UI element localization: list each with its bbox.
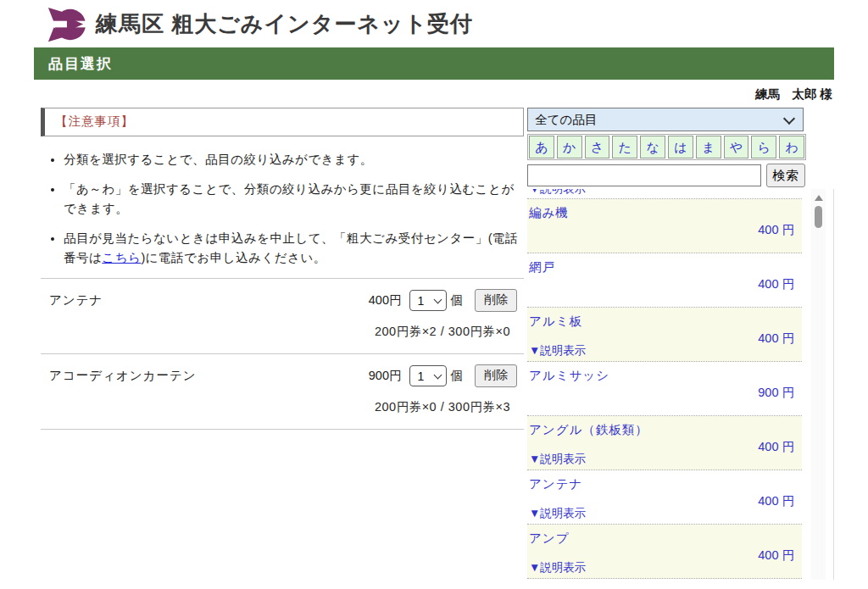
quantity-select[interactable]: 1	[409, 365, 447, 386]
list-item: アンプ400 円▼説明表示	[527, 525, 802, 579]
notice-box: 【注意事項】	[41, 108, 524, 136]
nerima-ward-logo-icon	[47, 5, 86, 44]
item-price: 400 円	[758, 547, 794, 564]
list-item-partial: ▼説明表示	[527, 189, 802, 199]
list-item: アングル（鉄板類）400 円▼説明表示	[527, 416, 802, 470]
notice-title: 【注意事項】	[55, 114, 134, 128]
selected-items-table: アンテナ 400円 1 個 削除 200円券×2 / 300円券×0	[41, 278, 524, 430]
page-title-bar: 品目選択	[34, 47, 834, 80]
selection-panel: 【注意事項】 分類を選択することで、品目の絞り込みができます。 「あ～わ」を選択…	[41, 108, 524, 580]
selected-item-price: 400円	[369, 292, 402, 308]
quantity-select-wrap: 1	[409, 290, 447, 311]
quantity-select[interactable]: 1	[409, 290, 447, 311]
list-item: アルミサッシ900 円	[527, 362, 802, 416]
item-name-link[interactable]: アンテナ	[529, 477, 582, 491]
notice-item: 品目が見当たらないときは申込みを中止して、「粗大ごみ受付センター」(電話番号はこ…	[64, 229, 524, 267]
unit-label: 個	[451, 292, 464, 308]
item-price: 400 円	[758, 493, 794, 509]
selected-item-row: アンテナ 400円 1 個 削除 200円券×2 / 300円券×0	[41, 278, 524, 353]
item-price: 400 円	[758, 439, 794, 455]
item-name-link[interactable]: アルミ板	[529, 314, 582, 328]
kana-filter-button[interactable]: や	[724, 136, 749, 158]
notice-item: 分類を選択することで、品目の絞り込みができます。	[64, 150, 524, 169]
kana-filter-button[interactable]: ま	[696, 136, 721, 158]
scrollbar-track[interactable]	[811, 189, 826, 580]
item-catalog-panel: 全ての品目 あかさたなはまやらわ 検索 ▼説明表示 編み機400 円網戸400 …	[527, 108, 834, 580]
desc-toggle-link[interactable]: ▼説明表示	[529, 343, 586, 358]
kana-filter-button[interactable]: か	[557, 136, 582, 158]
unit-label: 個	[451, 368, 464, 384]
list-item: アルミ板400 円▼説明表示	[527, 308, 802, 362]
kana-filter-button[interactable]: ら	[751, 136, 776, 158]
item-price: 900 円	[758, 385, 794, 401]
item-list: ▼説明表示 編み機400 円網戸400 円アルミ板400 円▼説明表示アルミサッ…	[527, 189, 834, 580]
page-title: 品目選択	[34, 54, 113, 74]
kana-filter-button[interactable]: た	[612, 136, 637, 158]
delete-button[interactable]: 削除	[475, 289, 517, 312]
desc-toggle-link[interactable]: ▼説明表示	[529, 506, 586, 521]
user-name: 練馬 太郎 様	[0, 86, 832, 103]
app-title: 練馬区 粗大ごみインターネット受付	[96, 9, 473, 39]
kana-filter-button[interactable]: あ	[529, 136, 554, 158]
kana-filter-button[interactable]: は	[668, 136, 693, 158]
kana-filter-button[interactable]: な	[640, 136, 665, 158]
item-price: 400 円	[758, 222, 794, 238]
search-row: 検索	[527, 164, 834, 187]
kana-filter-button[interactable]: さ	[585, 136, 610, 158]
selected-item-price: 900円	[369, 368, 402, 384]
search-input[interactable]	[527, 164, 761, 186]
notice-list: 分類を選択することで、品目の絞り込みができます。 「あ～わ」を選択することで、分…	[49, 150, 524, 267]
scrollbar-thumb[interactable]	[815, 206, 822, 228]
app-header: 練馬区 粗大ごみインターネット受付	[0, 0, 868, 47]
desc-toggle-link[interactable]: ▼説明表示	[529, 560, 586, 575]
desc-toggle-link[interactable]: ▼説明表示	[529, 452, 586, 467]
item-price: 400 円	[758, 276, 794, 292]
phone-number-link[interactable]: こちら	[102, 251, 141, 264]
desc-toggle-link[interactable]: ▼説明表示	[529, 189, 586, 197]
item-name-link[interactable]: アンプ	[529, 531, 570, 545]
voucher-summary: 200円券×0 / 300円券×3	[49, 387, 517, 429]
search-button[interactable]: 検索	[766, 164, 805, 187]
item-name-link[interactable]: 編み機	[529, 206, 569, 219]
scroll-up-icon[interactable]	[815, 195, 823, 201]
kana-filter-button[interactable]: わ	[779, 136, 804, 158]
selected-item-row: アコーディオンカーテン 900円 1 個 削除 200円券×0 / 300円券×…	[41, 353, 524, 430]
delete-button[interactable]: 削除	[475, 364, 517, 387]
list-item: アンテナ400 円▼説明表示	[527, 470, 802, 525]
item-price: 400 円	[758, 331, 794, 347]
selected-item-name: アコーディオンカーテン	[49, 368, 197, 384]
list-item: 編み機400 円	[527, 199, 802, 253]
item-name-link[interactable]: アングル（鉄板類）	[529, 423, 648, 436]
notice-item: 「あ～わ」を選択することで、分類の絞り込みから更に品目を絞り込むことができます。	[64, 180, 524, 218]
list-item: 網戸400 円	[527, 253, 802, 308]
quantity-select-wrap: 1	[409, 365, 447, 386]
kana-filter-row: あかさたなはまやらわ	[527, 134, 806, 160]
category-select[interactable]: 全ての品目	[527, 108, 804, 131]
voucher-summary: 200円券×2 / 300円券×0	[49, 312, 517, 353]
item-name-link[interactable]: 網戸	[529, 260, 555, 274]
category-select-wrap: 全ての品目	[527, 108, 804, 131]
selected-item-name: アンテナ	[49, 292, 103, 308]
item-name-link[interactable]: アルミサッシ	[529, 369, 609, 382]
